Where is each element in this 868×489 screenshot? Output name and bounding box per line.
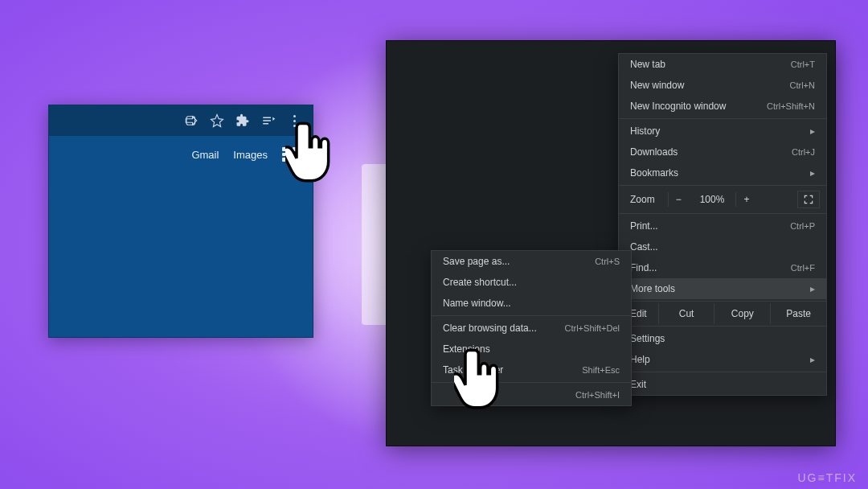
menu-new-incognito[interactable]: New Incognito window Ctrl+Shift+N [619, 96, 826, 117]
submenu-task-manager[interactable]: Task manager Shift+Esc [432, 360, 631, 380]
menu-shortcut: Ctrl+Shift+N [767, 101, 815, 111]
paste-button[interactable]: Paste [770, 303, 826, 324]
menu-exit[interactable]: Exit [619, 374, 826, 395]
more-tools-submenu: Save page as... Ctrl+S Create shortcut..… [431, 250, 632, 406]
menu-label: More tools [630, 283, 675, 294]
share-icon[interactable] [184, 113, 199, 128]
media-icon[interactable] [261, 113, 276, 128]
menu-label: Clear browsing data... [443, 323, 537, 334]
submenu-arrow-icon: ▸ [810, 283, 815, 294]
menu-shortcut: Ctrl+N [790, 80, 815, 90]
menu-shortcut: Ctrl+P [790, 221, 815, 231]
chrome-window-left: Gmail Images [48, 105, 313, 338]
watermark: UG≡TFIX [797, 471, 857, 484]
menu-label: Cast... [630, 241, 658, 253]
menu-label: Find... [630, 262, 657, 273]
fullscreen-icon [803, 194, 814, 205]
menu-shortcut: Shift+Esc [582, 365, 620, 375]
menu-separator [619, 301, 826, 302]
menu-cast[interactable]: Cast... [619, 236, 826, 257]
chrome-main-menu: New tab Ctrl+T New window Ctrl+N New Inc… [618, 53, 827, 396]
menu-help[interactable]: Help ▸ [619, 349, 826, 370]
menu-history[interactable]: History ▸ [619, 121, 826, 142]
browser-toolbar [49, 105, 313, 136]
menu-label: Save page as... [443, 256, 510, 267]
submenu-save-page[interactable]: Save page as... Ctrl+S [432, 251, 631, 272]
menu-label: Create shortcut... [443, 277, 517, 288]
menu-label: Help [630, 354, 650, 365]
menu-label: Name window... [443, 298, 511, 309]
apps-grid-icon[interactable] [282, 147, 297, 162]
menu-more-tools[interactable]: More tools ▸ [619, 278, 826, 299]
cut-button[interactable]: Cut [658, 303, 714, 324]
submenu-create-shortcut[interactable]: Create shortcut... [432, 272, 631, 293]
submenu-extensions[interactable]: Extensions [432, 339, 631, 360]
zoom-out-button[interactable]: − [668, 192, 689, 207]
menu-find[interactable]: Find... Ctrl+F [619, 257, 826, 278]
copy-button[interactable]: Copy [714, 303, 770, 324]
submenu-clear-data[interactable]: Clear browsing data... Ctrl+Shift+Del [432, 318, 631, 339]
menu-label: New Incognito window [630, 101, 726, 112]
menu-label: Exit [630, 379, 646, 390]
menu-separator [432, 382, 631, 383]
menu-downloads[interactable]: Downloads Ctrl+J [619, 142, 826, 162]
submenu-arrow-icon: ▸ [810, 354, 815, 365]
menu-shortcut: Ctrl+T [791, 60, 815, 69]
extensions-icon[interactable] [235, 113, 250, 128]
menu-separator [432, 315, 631, 316]
google-header-links: Gmail Images [49, 136, 313, 173]
zoom-in-button[interactable]: + [735, 192, 756, 207]
menu-label: New tab [630, 59, 665, 70]
menu-new-tab[interactable]: New tab Ctrl+T [619, 54, 826, 75]
zoom-percent: 100% [694, 192, 731, 207]
menu-separator [619, 326, 826, 327]
fullscreen-button[interactable] [797, 191, 820, 208]
chrome-window-right: New tab Ctrl+T New window Ctrl+N New Inc… [386, 40, 836, 446]
menu-label: Print... [630, 220, 658, 232]
menu-shortcut: Ctrl+S [595, 257, 620, 266]
menu-label: New window [630, 80, 684, 91]
menu-edit: Edit Cut Copy Paste [619, 303, 826, 324]
menu-shortcut: Ctrl+Shift+I [575, 390, 620, 400]
submenu-dev-tools[interactable]: Developer tools Ctrl+Shift+I [432, 384, 631, 405]
submenu-name-window[interactable]: Name window... [432, 293, 631, 314]
menu-label: Settings [630, 333, 665, 344]
menu-zoom: Zoom − 100% + [619, 187, 826, 212]
star-icon[interactable] [210, 113, 224, 128]
menu-label: Bookmarks [630, 167, 678, 179]
menu-separator [619, 185, 826, 186]
menu-shortcut: Ctrl+Shift+Del [565, 323, 620, 333]
menu-new-window[interactable]: New window Ctrl+N [619, 75, 826, 96]
zoom-label: Zoom [630, 194, 655, 205]
menu-separator [619, 372, 826, 372]
menu-label: Task manager [443, 364, 503, 376]
menu-label: History [630, 125, 660, 137]
menu-print[interactable]: Print... Ctrl+P [619, 216, 826, 236]
menu-shortcut: Ctrl+F [791, 263, 815, 273]
menu-shortcut: Ctrl+J [792, 147, 815, 157]
menu-label: Extensions [443, 343, 490, 355]
gmail-link[interactable]: Gmail [191, 149, 219, 161]
menu-bookmarks[interactable]: Bookmarks ▸ [619, 162, 826, 183]
menu-separator [619, 118, 826, 119]
images-link[interactable]: Images [233, 149, 268, 161]
submenu-arrow-icon: ▸ [810, 125, 815, 137]
submenu-arrow-icon: ▸ [810, 167, 815, 179]
menu-settings[interactable]: Settings [619, 328, 826, 349]
menu-label: Downloads [630, 146, 678, 158]
menu-separator [619, 213, 826, 214]
kebab-menu-icon[interactable] [287, 113, 301, 128]
